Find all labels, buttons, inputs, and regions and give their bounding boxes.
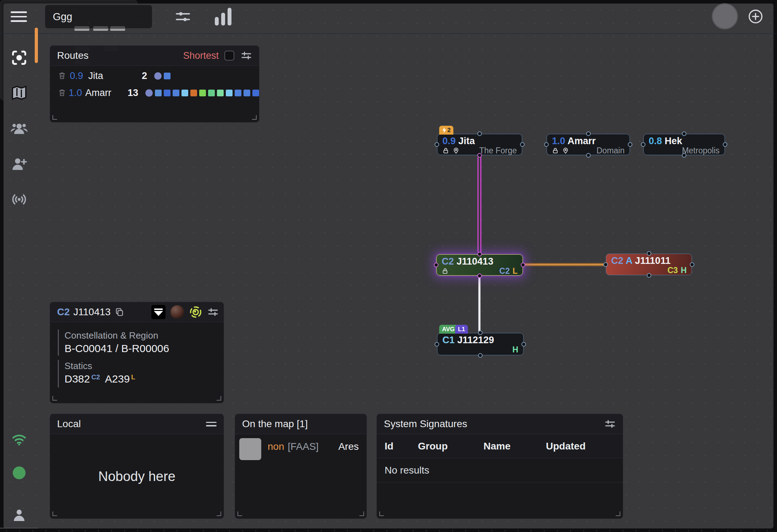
map-node-j111011[interactable]: C2 A J111011 C3H <box>606 254 692 275</box>
constellation-region-label: Constellation & Region <box>65 329 224 341</box>
resize-handle[interactable] <box>52 511 57 516</box>
connection-status <box>0 421 38 457</box>
pilot-row[interactable]: non [FAAS] Ares <box>239 438 362 460</box>
node-handle[interactable] <box>520 142 525 147</box>
column-updated[interactable]: Updated <box>546 441 623 452</box>
routes-panel: Routes Shortest 0.9 Jita 2 1.0 Amarr 13 <box>50 45 259 123</box>
copy-icon[interactable] <box>115 307 124 317</box>
region-name: Domain <box>597 147 625 154</box>
planet-image[interactable] <box>171 305 184 319</box>
signatures-empty-message: No results <box>377 458 623 482</box>
column-group[interactable]: Group <box>418 441 483 452</box>
node-handle[interactable] <box>723 142 727 147</box>
node-handle[interactable] <box>603 262 608 267</box>
node-handle[interactable] <box>586 153 591 158</box>
local-empty-message: Nobody here <box>50 434 224 519</box>
local-panel: Local Nobody here <box>50 414 224 519</box>
route-row-jita[interactable]: 0.9 Jita 2 <box>58 69 259 83</box>
on-the-map-header[interactable]: On the map [1] <box>235 414 367 434</box>
node-handle[interactable] <box>544 142 549 147</box>
local-header[interactable]: Local <box>50 414 224 434</box>
node-handle[interactable] <box>690 262 694 267</box>
filter-sliders-icon[interactable] <box>174 8 191 25</box>
shortest-checkbox[interactable] <box>224 51 234 61</box>
sidebar-item-tracking[interactable] <box>0 182 38 217</box>
route-jump-count: 13 <box>123 87 138 98</box>
resize-handle[interactable] <box>616 511 620 516</box>
map-node-amarr[interactable]: 1.0 Amarr Domain <box>547 134 630 155</box>
resize-handle[interactable] <box>217 511 221 516</box>
node-handle[interactable] <box>478 330 483 335</box>
node-handle[interactable] <box>647 251 651 256</box>
delete-route-icon[interactable] <box>58 72 70 80</box>
column-id[interactable]: Id <box>385 441 418 452</box>
route-row-amarr[interactable]: 1.0 Amarr 13 <box>58 86 259 100</box>
resize-handle[interactable] <box>252 115 257 120</box>
resize-handle[interactable] <box>52 115 57 120</box>
map-node-j110413[interactable]: C2 J110413 C2L <box>436 254 523 276</box>
node-handle[interactable] <box>586 131 591 136</box>
sidebar-item-map[interactable] <box>0 75 38 111</box>
map-select[interactable]: Ggg <box>45 5 152 29</box>
system-settings-icon[interactable] <box>207 306 219 318</box>
effect-icon[interactable] <box>189 305 202 319</box>
security-status: 0.8 <box>649 136 662 146</box>
l1-badge: L1 <box>455 325 468 334</box>
system-info-header[interactable]: C2 J110413 <box>50 302 224 322</box>
on-the-map-panel: On the map [1] non [FAAS] Ares <box>235 414 367 519</box>
pilot-ship: Ares <box>338 441 359 452</box>
local-menu-icon[interactable] <box>206 420 217 429</box>
node-handle[interactable] <box>647 273 651 278</box>
resize-handle[interactable] <box>52 396 57 401</box>
node-handle[interactable] <box>521 342 526 346</box>
shortest-label: Shortest <box>183 50 219 61</box>
sidebar-item-add-character[interactable] <box>0 146 38 182</box>
kills-badge: 2 <box>439 126 453 135</box>
resize-handle[interactable] <box>359 511 364 516</box>
system-name: J111011 <box>635 255 671 266</box>
resize-handle[interactable] <box>237 511 242 516</box>
delete-route-icon[interactable] <box>58 89 69 97</box>
sidebar-item-characters[interactable] <box>0 111 38 146</box>
node-handle[interactable] <box>477 131 482 136</box>
node-handle[interactable] <box>682 153 687 158</box>
signatures-title: System Signatures <box>384 418 467 430</box>
node-handle[interactable] <box>435 342 439 346</box>
system-name: J110413 <box>73 306 111 318</box>
node-handle[interactable] <box>478 353 483 358</box>
node-handle[interactable] <box>477 273 482 278</box>
node-handle[interactable] <box>521 263 525 267</box>
routes-settings-icon[interactable] <box>241 50 252 61</box>
route-jump-count: 2 <box>130 70 147 81</box>
node-handle[interactable] <box>477 252 482 256</box>
static-class: C2 <box>499 266 510 276</box>
user-avatar[interactable] <box>712 3 738 29</box>
rating-button[interactable] <box>151 305 166 319</box>
menu-icon[interactable] <box>11 9 27 25</box>
node-handle[interactable] <box>628 142 632 147</box>
signatures-column-headers[interactable]: Id Group Name Updated <box>377 434 623 458</box>
map-node-hek[interactable]: 0.8 Hek Metropolis <box>643 134 725 155</box>
column-name[interactable]: Name <box>483 441 546 452</box>
add-icon[interactable] <box>748 9 764 24</box>
route-security: 1.0 <box>69 87 85 98</box>
local-title: Local <box>57 418 81 430</box>
signatures-settings-icon[interactable] <box>604 418 616 430</box>
sidebar-item-focus[interactable] <box>0 40 38 75</box>
sidebar-item-profile[interactable] <box>0 498 38 532</box>
map-node-j112129[interactable]: AVG L1 C1 J112129 H <box>437 333 524 355</box>
activity-chart-icon[interactable] <box>215 8 231 26</box>
signatures-header[interactable]: System Signatures <box>377 414 623 434</box>
resize-handle[interactable] <box>217 396 221 401</box>
node-handle[interactable] <box>435 142 439 147</box>
region-name: Metropolis <box>682 147 720 154</box>
map-node-jita[interactable]: 2 0.9 Jita The Forge <box>437 134 522 155</box>
lock-icon <box>442 147 449 154</box>
node-handle[interactable] <box>641 142 645 147</box>
resize-handle[interactable] <box>379 511 384 516</box>
online-dot <box>13 466 26 479</box>
routes-header[interactable]: Routes Shortest <box>50 46 259 66</box>
node-handle[interactable] <box>682 131 687 136</box>
node-handle[interactable] <box>434 263 438 267</box>
node-handle[interactable] <box>477 153 482 158</box>
